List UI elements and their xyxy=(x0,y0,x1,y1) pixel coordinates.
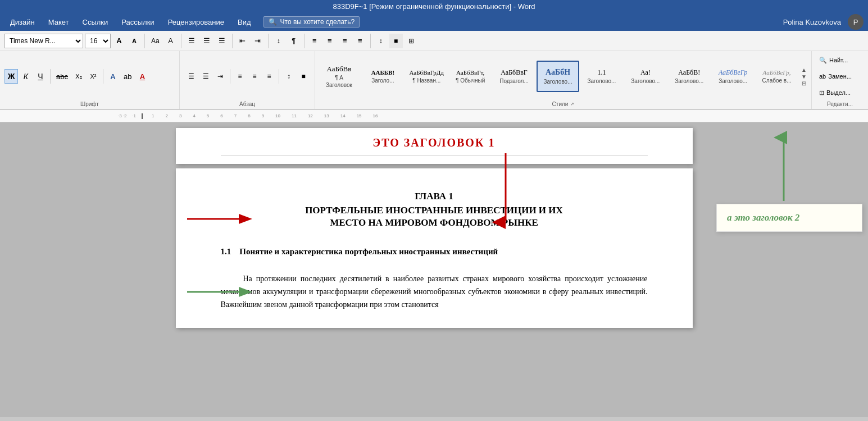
style-item-weak[interactable]: АаБбВеГр, Слабое в... xyxy=(755,61,798,92)
replace-label: Замен... xyxy=(828,73,852,80)
separator-8 xyxy=(103,69,103,84)
green-arrow-ribbon-svg xyxy=(767,128,801,207)
style-item-normal[interactable]: АаБбВв ¶ А Заголовок xyxy=(317,61,361,92)
numbered-list-button[interactable]: ☰ xyxy=(200,34,213,48)
subscript-button[interactable]: X₂ xyxy=(72,69,85,84)
style-item-h1verde[interactable]: АаБбВеГр Заголово... xyxy=(711,61,755,92)
select-button[interactable]: ⊡ Выдел... xyxy=(816,85,864,100)
font-shrink-button[interactable]: A xyxy=(128,34,141,48)
bold-button[interactable]: Ж xyxy=(4,69,18,84)
menu-maket[interactable]: Макет xyxy=(43,16,75,29)
user-avatar[interactable]: P xyxy=(848,14,864,30)
chapter-title-line3: МЕСТО НА МИРОВОМ ФОНДОВОМ РЫНКЕ xyxy=(221,217,648,228)
replace-icon: ab xyxy=(819,73,826,80)
menu-dizain[interactable]: Дизайн xyxy=(4,16,40,29)
replace-button[interactable]: ab Замен... xyxy=(816,69,864,84)
style-preview-body: АаБбВвГт, xyxy=(456,69,484,76)
menu-bar: Дизайн Макет Ссылки Рассылки Рецензирова… xyxy=(0,13,868,31)
select-icon: ⊡ xyxy=(819,89,824,97)
multilevel-list-button[interactable]: ☰ xyxy=(215,34,229,48)
highlight-button[interactable]: ab xyxy=(121,69,134,84)
select-label: Выдел... xyxy=(826,89,851,96)
align-justify2-button[interactable]: ≡ xyxy=(262,69,276,84)
style-item-subtitle[interactable]: АаБбВвГ Подзагол... xyxy=(493,61,536,92)
align-left-button[interactable]: ≡ xyxy=(308,34,321,48)
underline-button[interactable]: Ч xyxy=(34,69,47,84)
superscript-button[interactable]: X² xyxy=(87,69,100,84)
style-item-h1aa[interactable]: Аа! Заголово... xyxy=(624,61,667,92)
font-selector[interactable]: Times New R... xyxy=(4,34,83,48)
style-label-normal: ¶ А xyxy=(335,75,343,81)
sort-button[interactable]: ↕ xyxy=(272,34,285,48)
font-color-button[interactable]: A xyxy=(135,69,149,84)
separator-6 xyxy=(370,34,371,48)
shading-button[interactable]: ■ xyxy=(389,34,403,48)
style-sublabel-normal: Заголовок xyxy=(326,82,352,88)
ruler-inner: ·3 ·2 ·1 1 2 3 4 5 6 7 8 9 10 11 12 13 1… xyxy=(118,113,868,119)
paragraph-group: ☰ ☰ ⇥ ≡ ≡ ≡ ↕ ■ Абзац xyxy=(180,51,315,109)
line-spacing-button[interactable]: ↕ xyxy=(374,34,388,48)
style-item-h1aabb[interactable]: АаБбВ! Заголово... xyxy=(667,61,711,92)
style-preview-h1aa: Аа! xyxy=(640,68,651,76)
chapter-title-line1: ГЛАВА 1 xyxy=(221,191,648,202)
document-area[interactable]: ЭТО ЗАГОЛОВОК 1 ГЛАВА 1 ПОРТ xyxy=(0,122,868,417)
style-item-heading1-caps[interactable]: ААББВ! Заголо... xyxy=(361,61,405,92)
border-button[interactable]: ⊞ xyxy=(405,34,418,48)
style-label-h1active: Заголово... xyxy=(544,79,572,85)
indent2-button[interactable]: ⇥ xyxy=(213,69,227,84)
highlight-color-button[interactable]: A xyxy=(164,34,178,48)
menu-vid[interactable]: Вид xyxy=(232,16,257,29)
green-arrow-h2 xyxy=(187,283,255,300)
style-label-body: ¶ Обычный xyxy=(456,77,485,84)
search-bar[interactable]: 🔍 Что вы хотите сделать? xyxy=(263,16,360,28)
line-spacing2-button[interactable]: ↕ xyxy=(282,69,296,84)
style-item-heading1-active[interactable]: АаБбН Заголово... xyxy=(537,61,580,92)
align-justify-button[interactable]: ≡ xyxy=(353,34,367,48)
decrease-indent-button[interactable]: ⇤ xyxy=(236,34,249,48)
pilcrow-button[interactable]: ¶ xyxy=(287,34,301,48)
style-item-title[interactable]: АаБбВвГрДд ¶ Назван... xyxy=(405,61,448,92)
shading2-button[interactable]: ■ xyxy=(297,69,310,84)
style-item-body[interactable]: АаБбВвГт, ¶ Обычный xyxy=(449,61,492,92)
search-placeholder: Что вы хотите сделать? xyxy=(280,18,355,26)
heading1-text: ЭТО ЗАГОЛОВОК 1 xyxy=(221,136,648,149)
bullet-list2-button[interactable]: ☰ xyxy=(184,69,198,84)
align-center2-button[interactable]: ≡ xyxy=(248,69,261,84)
align-left2-button[interactable]: ≡ xyxy=(233,69,247,84)
strikethrough-button[interactable]: abc xyxy=(53,69,71,84)
menu-retsenz[interactable]: Рецензирование xyxy=(162,16,230,29)
style-preview-h1caps: ААББВ! xyxy=(371,69,394,76)
style-preview-weak: АаБбВеГр, xyxy=(763,69,791,76)
styles-scroll-down[interactable]: ▼ xyxy=(798,74,809,80)
title-text: 833D9F~1 [Режим ограниченной функциональ… xyxy=(333,2,535,11)
body-text-1: На протяжении последних десятилетий в на… xyxy=(221,272,648,311)
increase-indent-button[interactable]: ⇥ xyxy=(251,34,265,48)
find-label: Найт... xyxy=(829,57,848,63)
menu-rassylki[interactable]: Рассылки xyxy=(116,16,160,29)
styles-expand[interactable]: ⊟ xyxy=(798,80,809,86)
align-right-button[interactable]: ≡ xyxy=(338,34,352,48)
find-button[interactable]: 🔍 Найт... xyxy=(816,53,864,67)
menu-ssylki[interactable]: Ссылки xyxy=(77,16,114,29)
text-effects-button[interactable]: A xyxy=(106,69,120,84)
style-item-h11[interactable]: 1.1 Заголово... xyxy=(580,61,623,92)
find-icon: 🔍 xyxy=(819,57,827,64)
style-label-h1aa: Заголово... xyxy=(631,78,660,84)
styles-group: АаБбВв ¶ А Заголовок ААББВ! Заголо... Аа… xyxy=(315,51,812,109)
styles-group-footer: Стили ↗ xyxy=(317,100,809,107)
numbered-list2-button[interactable]: ☰ xyxy=(199,69,212,84)
style-preview-h1aabb: АаБбВ! xyxy=(678,68,700,76)
styles-scroll-up[interactable]: ▲ xyxy=(798,67,809,73)
red-arrow-ribbon-to-doc xyxy=(489,153,522,234)
font-grow-button[interactable]: A xyxy=(112,34,126,48)
style-label-subtitle: Подзагол... xyxy=(499,78,528,84)
change-case-button[interactable]: Aa xyxy=(148,34,162,48)
page-2: ГЛАВА 1 ПОРТФЕЛЬНЫЕ ИНОСТРАННЫЕ ИНВЕСТИЦ… xyxy=(176,168,693,328)
font-group: Ж К Ч abc X₂ X² A ab A Шрифт xyxy=(0,51,180,109)
align-center-button[interactable]: ≡ xyxy=(323,34,337,48)
style-preview-h11: 1.1 xyxy=(597,68,606,76)
user-name: Polina Kuzovkova xyxy=(783,18,841,26)
font-size-selector[interactable]: 16 xyxy=(85,34,111,48)
italic-button[interactable]: К xyxy=(19,69,33,84)
bullet-list-button[interactable]: ☰ xyxy=(185,34,198,48)
